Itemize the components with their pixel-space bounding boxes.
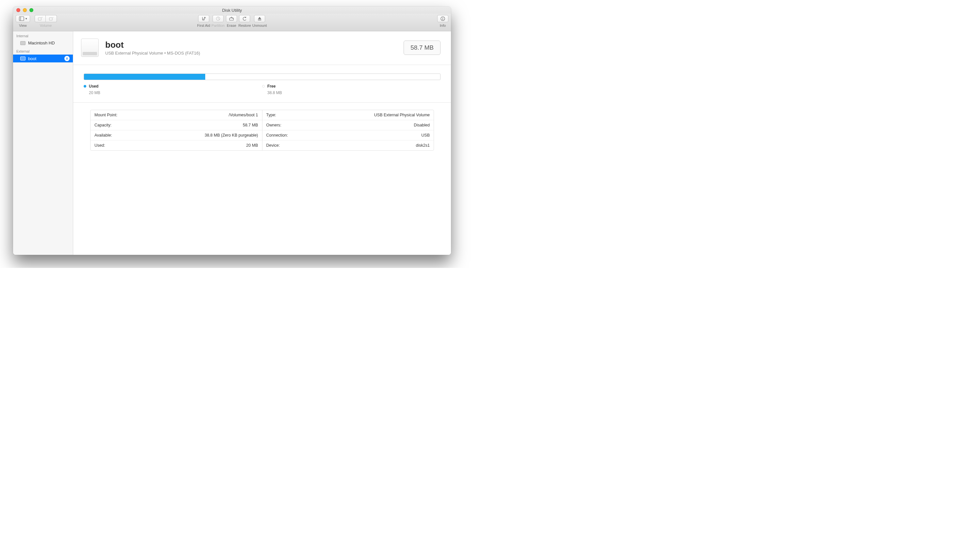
stethoscope-icon (201, 16, 206, 21)
details-col-right: Type:USB External Physical VolumeOwners:… (263, 110, 434, 150)
volume-icon (81, 39, 99, 57)
sidebar-item-macintosh-hd[interactable]: Macintosh HD (13, 39, 73, 47)
details-section: Mount Point:/Volumes/boot 1Capacity:58.7… (73, 103, 451, 158)
svg-rect-0 (19, 16, 24, 21)
info-label: Info (440, 23, 446, 28)
legend-free-label: Free (267, 84, 276, 89)
info-button[interactable] (437, 15, 449, 22)
disk-utility-window: Disk Utility ▾ View + − Volume (13, 7, 451, 255)
details-value: 20 MB (246, 143, 258, 148)
details-row: Capacity:58.7 MB (90, 120, 262, 130)
erase-button[interactable] (226, 15, 237, 22)
svg-rect-4 (49, 18, 52, 20)
details-key: Available: (94, 133, 112, 138)
first-aid-label: First Aid (197, 23, 210, 28)
details-value: /Volumes/boot 1 (229, 113, 258, 117)
svg-rect-2 (38, 18, 41, 20)
partition-button (212, 15, 223, 22)
first-aid-button[interactable] (198, 15, 209, 22)
details-key: Connection: (266, 133, 288, 138)
legend-used-value: 20 MB (84, 90, 262, 95)
volume-header: boot USB External Physical Volume • MS-D… (73, 31, 451, 65)
details-row: Available:38.8 MB (Zero KB purgeable) (90, 130, 262, 141)
svg-rect-14 (442, 18, 443, 20)
sidebar-icon (19, 16, 24, 21)
toolbar: ▾ View + − Volume First Aid (13, 14, 451, 31)
details-value: disk2s1 (416, 143, 430, 148)
chevron-down-icon: ▾ (25, 17, 27, 20)
svg-line-9 (218, 19, 220, 20)
unmount-label: Unmount (252, 23, 267, 28)
usage-fill-used (84, 74, 205, 80)
eject-button[interactable] (64, 56, 70, 61)
volume-label: Volume (40, 23, 52, 28)
volume-name: boot (105, 40, 397, 50)
close-button[interactable] (16, 8, 20, 12)
details-value: 58.7 MB (243, 123, 258, 127)
window-title: Disk Utility (13, 8, 451, 13)
partition-label: Partition (212, 23, 225, 28)
minimize-button[interactable] (23, 8, 27, 12)
sidebar: Internal Macintosh HD External boot (13, 31, 73, 255)
restore-button[interactable] (239, 15, 250, 22)
details-value: USB External Physical Volume (374, 113, 430, 117)
view-label: View (19, 23, 27, 28)
view-button[interactable]: ▾ (16, 15, 30, 22)
sidebar-item-boot[interactable]: boot (13, 54, 73, 62)
disk-icon (20, 56, 25, 61)
volume-add-button[interactable]: + (34, 15, 46, 22)
svg-text:−: − (52, 16, 54, 19)
legend-free-value: 38.8 MB (262, 90, 440, 95)
sidebar-item-label: Macintosh HD (28, 41, 55, 45)
erase-label: Erase (227, 23, 236, 28)
restore-label: Restore (238, 23, 251, 28)
sidebar-item-label: boot (28, 56, 36, 61)
svg-text:+: + (41, 16, 43, 19)
legend-dot-used (84, 85, 86, 87)
svg-rect-15 (66, 59, 68, 59)
details-key: Used: (94, 143, 105, 148)
details-value: USB (421, 133, 430, 138)
details-key: Device: (266, 143, 280, 148)
details-col-left: Mount Point:/Volumes/boot 1Capacity:58.7… (90, 110, 263, 150)
eject-icon (66, 57, 68, 60)
titlebar: Disk Utility (13, 7, 451, 14)
usage-bar (84, 74, 440, 80)
erase-icon (229, 16, 234, 21)
disk-icon (20, 41, 25, 45)
svg-point-13 (442, 17, 443, 18)
details-key: Mount Point: (94, 113, 117, 117)
content: boot USB External Physical Volume • MS-D… (73, 31, 451, 255)
plus-disk-icon: + (38, 16, 43, 21)
details-value: 38.8 MB (Zero KB purgeable) (205, 133, 258, 138)
eject-icon (257, 16, 262, 21)
details-value: Disabled (414, 123, 430, 127)
usage-section: Used 20 MB Free 38.8 MB (73, 65, 451, 103)
svg-point-6 (205, 17, 205, 18)
details-row: Mount Point:/Volumes/boot 1 (90, 110, 262, 120)
unmount-button[interactable] (254, 15, 265, 22)
details-row: Connection:USB (263, 130, 434, 141)
partition-icon (215, 16, 220, 21)
body: Internal Macintosh HD External boot boot (13, 31, 451, 255)
legend-used-label: Used (89, 84, 99, 89)
details-key: Owners: (266, 123, 282, 127)
legend-dot-free (262, 85, 265, 87)
svg-rect-11 (258, 20, 261, 20)
minus-disk-icon: − (49, 16, 54, 21)
volume-subtitle: USB External Physical Volume • MS-DOS (F… (105, 51, 397, 56)
details-grid: Mount Point:/Volumes/boot 1Capacity:58.7… (90, 110, 434, 151)
volume-total-size: 58.7 MB (404, 41, 440, 55)
traffic-lights (13, 8, 33, 12)
maximize-button[interactable] (30, 8, 33, 12)
details-key: Capacity: (94, 123, 112, 127)
details-key: Type: (266, 113, 276, 117)
details-row: Device:disk2s1 (263, 141, 434, 150)
details-row: Owners:Disabled (263, 120, 434, 130)
details-row: Type:USB External Physical Volume (263, 110, 434, 120)
details-row: Used:20 MB (90, 141, 262, 150)
sidebar-internal-header: Internal (13, 31, 73, 39)
restore-icon (242, 16, 247, 21)
sidebar-external-header: External (13, 47, 73, 54)
volume-remove-button[interactable]: − (46, 15, 57, 22)
